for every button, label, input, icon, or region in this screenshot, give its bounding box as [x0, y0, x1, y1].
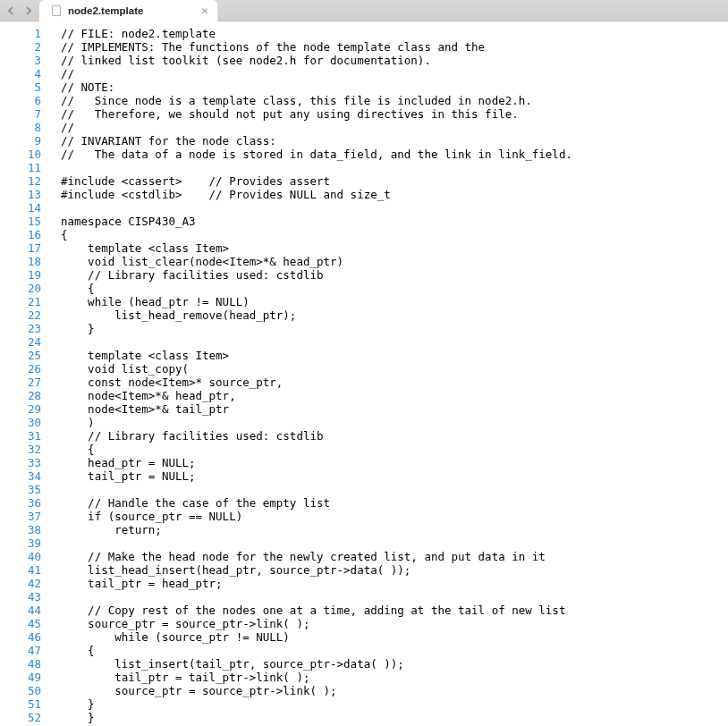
- code-line: }: [61, 322, 728, 335]
- line-number: 23: [0, 322, 41, 335]
- code-line: //: [61, 67, 728, 80]
- code-line: #include <cstdlib> // Provides NULL and …: [61, 188, 728, 201]
- line-number: 42: [0, 577, 41, 590]
- line-number: 35: [0, 483, 41, 496]
- line-number: 2: [0, 40, 41, 54]
- line-number: 9: [0, 134, 41, 148]
- code-line: // Therefore, we should not put any usin…: [61, 107, 728, 121]
- code-line: {: [61, 644, 728, 657]
- line-number: 11: [0, 161, 41, 174]
- code-line: {: [61, 228, 728, 241]
- code-line: list_head_remove(head_ptr);: [61, 308, 728, 322]
- code-line: [61, 161, 728, 174]
- line-number: 39: [0, 536, 41, 550]
- line-number: 3: [0, 54, 41, 67]
- chevron-right-icon: [25, 6, 32, 15]
- code-line: list_head_insert(head_ptr, source_ptr->d…: [61, 563, 728, 577]
- code-line: // IMPLEMENTS: The functions of the node…: [61, 40, 728, 54]
- code-line: namespace CISP430_A3: [61, 215, 728, 228]
- line-number: 10: [0, 148, 41, 161]
- code-line: ): [61, 416, 728, 429]
- code-line: void list_copy(: [61, 362, 728, 376]
- line-number: 34: [0, 469, 41, 483]
- line-number: 19: [0, 268, 41, 282]
- code-content[interactable]: // FILE: node2.template// IMPLEMENTS: Th…: [50, 21, 728, 726]
- line-number: 40: [0, 550, 41, 563]
- line-number: 49: [0, 671, 41, 684]
- line-number: 31: [0, 429, 41, 443]
- code-line: source_ptr = source_ptr->link( );: [61, 684, 728, 697]
- code-line: while (source_ptr != NULL): [61, 630, 728, 644]
- code-line: tail_ptr = head_ptr;: [61, 577, 728, 590]
- line-number: 20: [0, 282, 41, 295]
- code-line: list_insert(tail_ptr, source_ptr->data( …: [61, 657, 728, 671]
- code-line: node<Item>*& head_ptr,: [61, 389, 728, 402]
- file-icon: [52, 5, 61, 16]
- code-line: // INVARIANT for the node class:: [61, 134, 728, 148]
- code-line: while (head_ptr != NULL): [61, 295, 728, 308]
- code-line: template <class Item>: [61, 241, 728, 255]
- code-line: #include <cassert> // Provides assert: [61, 174, 728, 188]
- line-number: 24: [0, 335, 41, 349]
- code-line: node<Item>*& tail_ptr: [61, 402, 728, 416]
- tab-close-button[interactable]: ×: [199, 5, 210, 16]
- code-line: template <class Item>: [61, 349, 728, 362]
- code-line: // Library facilities used: cstdlib: [61, 429, 728, 443]
- line-number: 1: [0, 27, 41, 40]
- line-number: 36: [0, 496, 41, 510]
- code-line: tail_ptr = tail_ptr->link( );: [61, 671, 728, 684]
- line-number: 12: [0, 174, 41, 188]
- line-number: 50: [0, 684, 41, 697]
- line-number: 26: [0, 362, 41, 376]
- code-line: return;: [61, 523, 728, 536]
- nav-forward-button[interactable]: [23, 5, 34, 16]
- line-number: 41: [0, 563, 41, 577]
- code-line: {: [61, 282, 728, 295]
- nav-arrows: [0, 5, 39, 16]
- line-number: 43: [0, 590, 41, 604]
- line-number: 21: [0, 295, 41, 308]
- line-number: 29: [0, 402, 41, 416]
- code-line: // FILE: node2.template: [61, 27, 728, 40]
- line-number: 25: [0, 349, 41, 362]
- line-number: 38: [0, 523, 41, 536]
- code-line: const node<Item>* source_ptr,: [61, 376, 728, 389]
- chevron-left-icon: [7, 6, 14, 15]
- code-line: // Library facilities used: cstdlib: [61, 268, 728, 282]
- line-number: 52: [0, 711, 41, 724]
- line-number: 46: [0, 630, 41, 644]
- nav-back-button[interactable]: [5, 5, 16, 16]
- code-editor[interactable]: 1234567891011121314151617181920212223242…: [0, 21, 728, 726]
- line-number: 22: [0, 308, 41, 322]
- tab-label: node2.template: [68, 5, 143, 16]
- line-number: 4: [0, 67, 41, 80]
- code-line: source_ptr = source_ptr->link( );: [61, 617, 728, 630]
- line-number: 6: [0, 94, 41, 107]
- code-line: {: [61, 443, 728, 456]
- line-number: 8: [0, 121, 41, 134]
- line-number: 14: [0, 201, 41, 215]
- code-line: [61, 590, 728, 604]
- code-line: if (source_ptr == NULL): [61, 510, 728, 523]
- line-number: 44: [0, 604, 41, 617]
- code-line: // NOTE:: [61, 80, 728, 94]
- close-icon: ×: [201, 4, 208, 16]
- line-number: 27: [0, 376, 41, 389]
- editor-tab[interactable]: node2.template ×: [39, 0, 218, 21]
- line-number: 47: [0, 644, 41, 657]
- line-number: 45: [0, 617, 41, 630]
- code-line: [61, 335, 728, 349]
- line-number: 37: [0, 510, 41, 523]
- code-line: // Handle the case of the empty list: [61, 496, 728, 510]
- line-number: 48: [0, 657, 41, 671]
- line-number: 15: [0, 215, 41, 228]
- code-line: void list_clear(node<Item>*& head_ptr): [61, 255, 728, 268]
- line-number: 16: [0, 228, 41, 241]
- code-line: // Copy rest of the nodes one at a time,…: [61, 604, 728, 617]
- code-line: }: [61, 711, 728, 724]
- editor-toolbar: node2.template ×: [0, 0, 728, 21]
- code-line: tail_ptr = NULL;: [61, 469, 728, 483]
- code-line: //: [61, 121, 728, 134]
- line-number: 5: [0, 80, 41, 94]
- code-line: [61, 201, 728, 215]
